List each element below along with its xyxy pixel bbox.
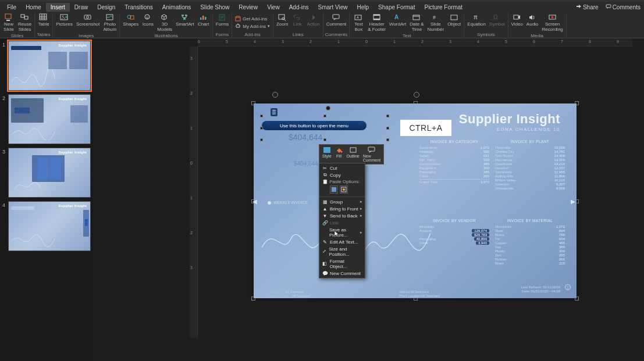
header-footer-button[interactable]: Header & Footer [367,13,387,33]
pictures-button[interactable]: Pictures [55,13,74,28]
new-slide-icon [4,13,13,22]
slide-thumbnail-1[interactable]: Supplier Insight [8,41,91,91]
svg-rect-4 [24,16,28,19]
symbol-button[interactable]: ΩSymbol [488,13,506,28]
fill-icon [335,146,343,153]
tab-insert[interactable]: Insert [46,3,70,12]
ctx-copy[interactable]: ⧉Copy [319,171,365,178]
ribbon-tabs: File Home Insert Draw Design Transitions… [0,2,644,12]
tab-home[interactable]: Home [21,3,46,12]
ctx-cut[interactable]: ✂Cut [319,165,365,171]
link-button[interactable]: Link [290,13,304,28]
info-icon[interactable]: i [565,284,571,290]
calendar-icon [412,13,421,22]
ctx-new-comment[interactable]: 💬New Comment [319,270,365,277]
chart-button[interactable]: Chart [197,13,211,28]
tab-addins[interactable]: Add-ins [284,3,314,12]
tab-slideshow[interactable]: Slide Show [195,3,234,12]
new-slide-button[interactable]: New Slide [2,13,16,33]
textbox-icon: A [354,13,363,22]
tab-help[interactable]: Help [353,3,374,12]
paste-option-2[interactable] [340,185,348,194]
svg-rect-47 [350,148,356,152]
puzzle-icon [235,23,241,29]
reuse-slides-button[interactable]: Reuse Slides [17,13,33,33]
svg-rect-26 [333,15,339,19]
ctx-bring-front[interactable]: ▲Bring to Front▸ [319,205,365,212]
alt-icon: ✎ [322,240,328,245]
mt-outline[interactable]: Outline [345,146,361,163]
mt-style[interactable]: Style [321,146,333,163]
mt-fill[interactable]: Fill [333,146,345,163]
datetime-button[interactable]: Date & Time [408,13,425,33]
svg-rect-43 [272,112,276,113]
ctx-save-picture[interactable]: Save as Picture...▸ [319,226,365,238]
inner-rotate[interactable] [326,106,330,110]
slide-thumbnail-3[interactable]: Supplier Insight [8,148,91,198]
audio-icon [528,13,537,22]
tab-view[interactable]: View [262,3,284,12]
rotate-handle-1[interactable] [272,92,278,98]
svg-point-7 [62,16,63,17]
icons-button[interactable]: Icons [141,13,155,28]
screen-recording-button[interactable]: Screen Recording [540,13,564,33]
tab-design[interactable]: Design [92,3,120,12]
tab-animations[interactable]: Animations [158,3,195,12]
slide-thumbnail-4[interactable]: Supplier Insight [8,201,91,251]
tab-pictureformat[interactable]: Picture Format [419,3,467,12]
textbox-button[interactable]: AText Box [351,13,365,33]
svg-rect-35 [451,15,457,20]
share-button[interactable]: Share [572,3,602,12]
slide-thumbnail-2[interactable]: Supplier Insight [8,94,91,144]
inner-selection[interactable] [262,116,387,140]
rotate-handle-2[interactable] [414,92,419,98]
vertical-ruler[interactable]: 3210123 [190,47,198,338]
store-icon [235,16,241,22]
audio-button[interactable]: Audio [525,13,539,28]
ctx-send-back[interactable]: ▼Send to Back▸ [319,212,365,219]
prev-arrow[interactable]: ◀ [252,196,259,206]
svg-point-40 [551,16,553,19]
video-button[interactable]: Video [510,13,524,28]
table-button[interactable]: Table [37,13,51,28]
comments-button[interactable]: Comments [602,3,644,12]
format-icon: ◧ [322,261,328,266]
photo-album-button[interactable]: Photo Album [102,13,118,33]
forms-button[interactable]: Forms [215,13,230,28]
tab-transitions[interactable]: Transitions [120,3,158,12]
mt-new-comment[interactable]: New Comment [361,146,382,163]
action-button[interactable]: Action [305,13,321,28]
equation-button[interactable]: πEquation [466,13,487,28]
group-icon: ▦ [322,199,328,205]
svg-rect-49 [332,187,336,192]
ctx-size-position[interactable]: ⤢Size and Position... [319,245,365,258]
get-addins-button[interactable]: Get Add-ins [234,15,268,22]
ctx-group[interactable]: ▦Group▸ [319,198,365,205]
next-arrow[interactable]: ▶ [571,196,578,206]
ctx-format-object[interactable]: ◧Format Object... [319,258,365,270]
3d-models-button[interactable]: 3D Models [156,13,173,33]
zoom-button[interactable]: Zoom [275,13,289,28]
editor-area: 6543210123456789 3210123 [93,38,644,361]
tab-draw[interactable]: Draw [70,3,92,12]
tab-smartview[interactable]: Smart View [314,3,353,12]
slidenumber-button[interactable]: #Slide Number [426,13,445,33]
svg-point-15 [148,16,148,17]
horizontal-ruler[interactable]: 6543210123456789 [198,38,632,47]
wordart-button[interactable]: AWordArt [388,13,407,28]
screenshot-button[interactable]: Screenshot [75,13,101,28]
paste-option-1[interactable] [330,185,338,194]
shapes-button[interactable]: Shapes [122,13,140,28]
comment-button[interactable]: Comment [325,13,348,28]
tab-file[interactable]: File [2,3,21,12]
object-button[interactable]: Object [446,13,462,28]
hash-icon: # [431,13,440,22]
smartart-button[interactable]: SmartArt [175,13,195,28]
svg-rect-3 [21,15,24,17]
mouse-cursor [334,230,340,237]
my-addins-button[interactable]: My Add-ins ▾ [234,23,271,30]
tab-review[interactable]: Review [234,3,262,12]
ctx-alt-text[interactable]: ✎Edit Alt Text... [319,238,365,245]
tab-shapeformat[interactable]: Shape Format [373,3,419,12]
slide-canvas[interactable]: Supplier Insight EDNA CHALLENGE 10 Use t… [254,103,577,298]
